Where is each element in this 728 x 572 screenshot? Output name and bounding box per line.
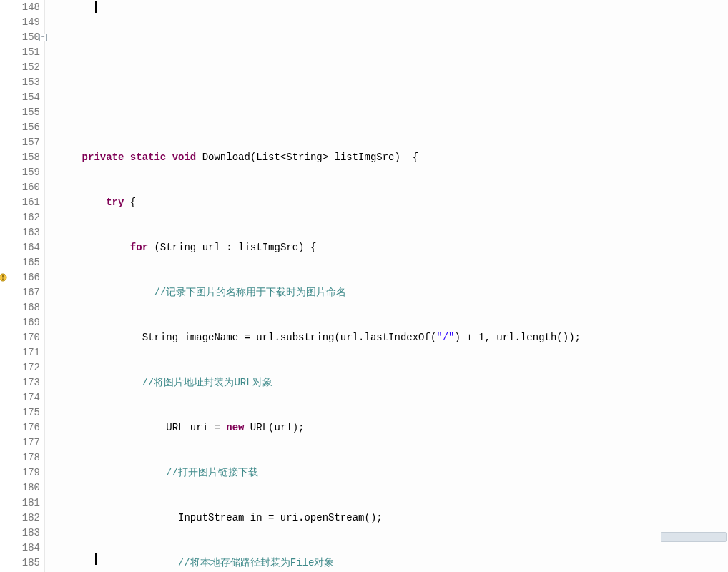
line-number[interactable]: 158 (0, 150, 40, 165)
line-number[interactable]: 150− (0, 30, 40, 45)
comment: //将图片地址封装为URL对象 (142, 377, 272, 388)
line-number[interactable]: 148 (0, 0, 40, 15)
code-area[interactable]: private static void Download(List<String… (45, 0, 728, 572)
line-number[interactable]: 162 (0, 210, 40, 225)
line-number[interactable]: 164 (0, 240, 40, 255)
line-number[interactable]: 157 (0, 135, 40, 150)
code-line[interactable]: InputStream in = uri.openStream(); (58, 511, 728, 526)
code-line[interactable]: //将图片地址封装为URL对象 (58, 375, 728, 390)
line-number[interactable]: 152 (0, 60, 40, 75)
line-number[interactable]: 155 (0, 105, 40, 120)
line-number[interactable]: 177 (0, 435, 40, 450)
code-line[interactable]: //将本地存储路径封装为File对象 (58, 556, 728, 571)
code-line[interactable]: //记录下图片的名称用于下载时为图片命名 (58, 285, 728, 300)
text-caret (95, 1, 97, 13)
line-number[interactable]: 182 (0, 511, 40, 526)
line-number[interactable]: 171 (0, 345, 40, 360)
line-number[interactable]: 153 (0, 75, 40, 90)
line-number[interactable]: 172 (0, 360, 40, 375)
code-line[interactable]: try { (58, 195, 728, 210)
line-number[interactable]: 166 (0, 270, 40, 285)
warning-icon[interactable] (0, 273, 7, 282)
line-number[interactable]: 184 (0, 541, 40, 556)
keyword: for (130, 242, 148, 253)
line-number[interactable]: 154 (0, 90, 40, 105)
keyword: try (106, 197, 124, 208)
horizontal-scrollbar-thumb[interactable] (661, 532, 727, 542)
line-number[interactable]: 180 (0, 480, 40, 495)
code-line[interactable]: private static void Download(List<String… (58, 150, 728, 165)
keyword: void (172, 152, 197, 163)
line-number[interactable]: 165 (0, 255, 40, 270)
code-line[interactable]: String imageName = url.substring(url.las… (58, 330, 728, 345)
code-line[interactable]: //打开图片链接下载 (58, 465, 728, 480)
line-number[interactable]: 173 (0, 375, 40, 390)
line-number[interactable]: 181 (0, 495, 40, 511)
line-number[interactable]: 167 (0, 285, 40, 300)
svg-rect-2 (2, 279, 3, 280)
line-number[interactable]: 159 (0, 165, 40, 180)
line-number[interactable]: 179 (0, 465, 40, 480)
string-literal: "/" (436, 332, 454, 343)
line-number[interactable]: 170 (0, 330, 40, 345)
line-number[interactable]: 176 (0, 420, 40, 435)
keyword: static (130, 152, 166, 163)
comment: //将本地存储路径封装为File对象 (178, 557, 334, 568)
line-number[interactable]: 174 (0, 390, 40, 405)
line-number[interactable]: 183 (0, 526, 40, 541)
text-caret (95, 553, 97, 565)
code-line[interactable] (58, 60, 728, 75)
line-number[interactable]: 160 (0, 180, 40, 195)
line-number[interactable]: 175 (0, 405, 40, 420)
line-number[interactable]: 151 (0, 45, 40, 60)
line-number[interactable]: 156 (0, 120, 40, 135)
line-number[interactable]: 163 (0, 225, 40, 240)
keyword: new (226, 422, 244, 433)
line-number-gutter[interactable]: 148149150−151152153154155156157158159160… (0, 0, 45, 572)
svg-rect-1 (2, 275, 3, 278)
code-line[interactable] (58, 105, 728, 120)
line-number[interactable]: 185 (0, 556, 40, 571)
line-number[interactable]: 168 (0, 300, 40, 315)
line-number[interactable]: 178 (0, 450, 40, 465)
code-editor[interactable]: 148149150−151152153154155156157158159160… (0, 0, 728, 572)
comment: //记录下图片的名称用于下载时为图片命名 (154, 287, 346, 298)
keyword: private (82, 152, 124, 163)
line-number[interactable]: 161 (0, 195, 40, 210)
code-line[interactable]: for (String url : listImgSrc) { (58, 240, 728, 255)
line-number[interactable]: 149 (0, 15, 40, 30)
code-line[interactable]: URL uri = new URL(url); (58, 420, 728, 435)
line-number[interactable]: 169 (0, 315, 40, 330)
comment: //打开图片链接下载 (166, 467, 258, 478)
